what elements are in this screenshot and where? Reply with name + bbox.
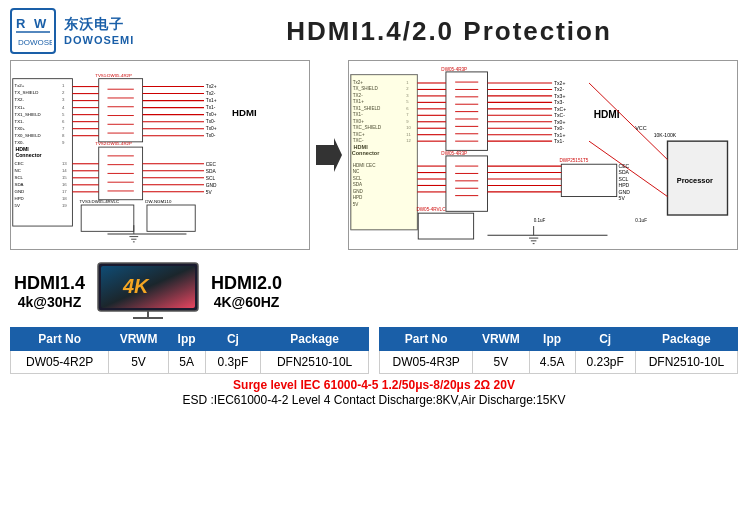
svg-text:5V: 5V (619, 195, 626, 201)
svg-text:Tx3-: Tx3- (554, 99, 564, 105)
diagram-area: HDMI Connector Tx2+ TX_SHIELD TX2- TX1+ … (10, 60, 738, 255)
svg-text:Tx1-: Tx1- (554, 138, 564, 144)
notice-line2: ESD :IEC61000-4-2 Level 4 Contact Discha… (10, 393, 738, 407)
svg-text:TX0+: TX0+ (15, 126, 26, 131)
svg-text:Tx0+: Tx0+ (206, 112, 217, 117)
svg-rect-41 (99, 79, 143, 142)
svg-text:Tx3+: Tx3+ (554, 93, 565, 99)
svg-text:DW05-4R3P: DW05-4R3P (442, 67, 468, 72)
col-vrwm-right: VRWM (473, 328, 529, 351)
svg-text:Tx1+: Tx1+ (554, 132, 565, 138)
svg-text:SCL: SCL (619, 176, 629, 182)
svg-text:15: 15 (62, 175, 67, 180)
svg-text:Tx0+: Tx0+ (206, 126, 217, 131)
svg-text:DWP25151T5: DWP25151T5 (560, 158, 589, 163)
svg-text:HDMI: HDMI (15, 146, 29, 152)
circuit-right-svg: HDMI Connector Tx2+ TX_SHIELD TX2- TX1+ … (349, 61, 737, 249)
col-cj-right: Cj (575, 328, 635, 351)
svg-text:SDA: SDA (619, 169, 630, 175)
hdmi14-spec: 4k@30HZ (18, 294, 81, 310)
svg-text:10K-100K: 10K-100K (654, 132, 677, 138)
svg-text:VCC: VCC (635, 125, 647, 131)
svg-text:TVS2:DW05-4R2P: TVS2:DW05-4R2P (95, 141, 132, 146)
logo-icon: R W DOWOSEMI (10, 8, 56, 54)
svg-text:Tx2+: Tx2+ (15, 83, 25, 88)
svg-text:SCL: SCL (206, 176, 216, 181)
svg-text:Tx2-: Tx2- (206, 91, 216, 96)
svg-text:Tx1+: Tx1+ (206, 98, 217, 103)
svg-text:4K: 4K (122, 275, 150, 297)
svg-text:CEC: CEC (15, 161, 24, 166)
svg-text:TX1-: TX1- (15, 119, 25, 124)
table-right: Part No VRWM Ipp Cj Package DW05-4R3P5V4… (379, 327, 738, 374)
svg-text:SDA: SDA (15, 182, 24, 187)
hdmi14-name: HDMI1.4 (14, 273, 85, 294)
svg-text:GND: GND (15, 189, 25, 194)
svg-text:17: 17 (62, 189, 67, 194)
svg-text:Tx0-: Tx0- (206, 119, 216, 124)
svg-text:Tx0+: Tx0+ (554, 119, 565, 125)
svg-text:0.1uF: 0.1uF (635, 218, 647, 223)
svg-text:TxC+: TxC+ (554, 106, 566, 112)
svg-rect-56 (81, 205, 134, 231)
svg-text:SCL: SCL (15, 175, 24, 180)
col-ipp-left: Ipp (168, 328, 205, 351)
hdmi20-name: HDMI2.0 (211, 273, 282, 294)
svg-text:TX0-: TX0- (15, 140, 25, 145)
arrow-middle (314, 60, 344, 250)
page-wrapper: R W DOWOSEMI 东沃电子 DOWOSEMI HDMI1.4/2.0 P… (0, 0, 748, 414)
svg-text:TxC-: TxC- (554, 112, 565, 118)
col-partno-right: Part No (380, 328, 473, 351)
svg-text:TX0_SHIELD: TX0_SHIELD (15, 133, 41, 138)
svg-text:TX2-: TX2- (15, 97, 25, 102)
notice-line1: Surge level IEC 61000-4-5 1.2/50μs-8/20μ… (10, 378, 738, 392)
svg-text:SDA: SDA (206, 169, 217, 174)
logo-chinese: 东沃电子 (64, 16, 134, 34)
col-pkg-left: Package (261, 328, 369, 351)
hdmi20-label: HDMI2.0 4K@60HZ (211, 273, 282, 310)
header: R W DOWOSEMI 东沃电子 DOWOSEMI HDMI1.4/2.0 P… (10, 8, 738, 54)
svg-text:DW-NGM110: DW-NGM110 (145, 199, 172, 204)
svg-text:16: 16 (62, 182, 67, 187)
svg-text:GND: GND (206, 183, 217, 188)
logo-text: 东沃电子 DOWOSEMI (64, 16, 134, 46)
svg-text:CEC: CEC (206, 162, 217, 167)
svg-text:HPD: HPD (619, 182, 630, 188)
circuit-left: HDMI Connector Tx2+ TX_SHIELD TX2- TX1+ … (10, 60, 310, 250)
svg-text:14: 14 (62, 168, 67, 173)
svg-marker-105 (316, 138, 342, 172)
table-row: DW05-4R3P5V4.5A0.23pFDFN2510-10L (380, 351, 738, 374)
svg-rect-156 (419, 213, 474, 239)
col-vrwm-left: VRWM (109, 328, 168, 351)
svg-rect-58 (147, 205, 195, 231)
col-pkg-right: Package (635, 328, 737, 351)
svg-text:CEC: CEC (619, 163, 630, 169)
svg-text:TVS1:DW05-4R2P: TVS1:DW05-4R2P (95, 73, 132, 78)
svg-text:DW05-4RVLC: DW05-4RVLC (417, 207, 447, 212)
svg-text:TX1_SHIELD: TX1_SHIELD (15, 112, 41, 117)
svg-rect-149 (446, 156, 488, 211)
svg-text:5V: 5V (15, 203, 20, 208)
svg-text:Processor: Processor (677, 176, 713, 185)
svg-text:Tx1-: Tx1- (206, 105, 216, 110)
svg-text:Tx0-: Tx0- (206, 133, 216, 138)
hdmi20-spec: 4K@60HZ (214, 294, 280, 310)
svg-rect-158 (562, 164, 617, 196)
circuit-left-svg: HDMI Connector Tx2+ TX_SHIELD TX2- TX1+ … (11, 61, 309, 249)
svg-text:GND: GND (619, 189, 631, 195)
svg-rect-137 (351, 75, 417, 230)
svg-text:HPD: HPD (15, 196, 24, 201)
svg-text:5V: 5V (206, 190, 213, 195)
col-ipp-right: Ipp (529, 328, 575, 351)
svg-text:TVS3:DW05-4RVLC: TVS3:DW05-4RVLC (79, 199, 119, 204)
svg-text:Tx2-: Tx2- (554, 86, 564, 92)
col-cj-left: Cj (205, 328, 261, 351)
svg-text:0.1uF: 0.1uF (534, 218, 546, 223)
svg-text:Tx0-: Tx0- (554, 125, 564, 131)
svg-text:W: W (34, 16, 47, 31)
svg-text:TX_SHIELD: TX_SHIELD (15, 90, 39, 95)
logo-box: R W DOWOSEMI 东沃电子 DOWOSEMI (10, 8, 140, 54)
table-left: Part No VRWM Ipp Cj Package DW05-4R2P5V5… (10, 327, 369, 374)
bottom-images: HDMI1.4 4k@30HZ 4K (10, 261, 738, 321)
table-row: DW05-4R2P5V5A0.3pFDFN2510-10L (11, 351, 369, 374)
